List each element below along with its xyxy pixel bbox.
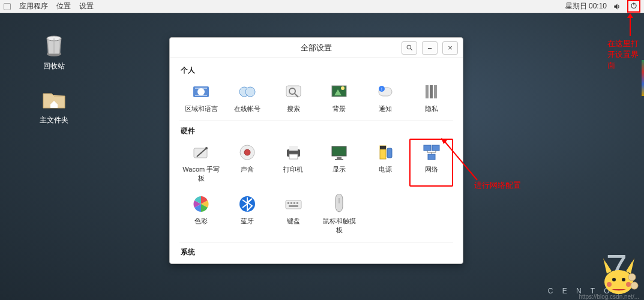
settings-item-label: 键盘 (287, 217, 300, 226)
whisker-menu-icon[interactable] (4, 3, 11, 10)
svg-line-5 (411, 49, 412, 50)
svg-point-27 (244, 149, 250, 155)
settings-item-privacy[interactable]: 隐私 (409, 78, 453, 117)
svg-rect-33 (335, 159, 343, 160)
svg-rect-35 (380, 146, 386, 149)
desktop-icon-label: 回收站 (30, 61, 78, 71)
svg-point-73 (628, 274, 636, 281)
settings-item-color[interactable]: 色彩 (179, 190, 223, 238)
background-icon (329, 82, 349, 102)
settings-item-notifications[interactable]: !通知 (364, 78, 408, 117)
svg-text:!: ! (381, 87, 382, 91)
svg-rect-21 (430, 85, 433, 98)
svg-marker-65 (627, 13, 633, 18)
top-panel: 应用程序 位置 设置 星期日 00:10 (0, 0, 644, 13)
window-titlebar[interactable]: 全部设置 – × (170, 38, 463, 58)
svg-rect-39 (428, 154, 435, 160)
menu-settings[interactable]: 设置 (79, 1, 94, 11)
clock: 星期日 00:10 (565, 1, 607, 11)
keyboard-icon (283, 194, 304, 214)
svg-point-25 (205, 147, 208, 149)
settings-item-label: 隐私 (425, 104, 438, 113)
desktop-icon-trash[interactable]: 回收站 (30, 30, 78, 71)
minimize-button[interactable]: – (422, 41, 438, 55)
edge-color-strip (642, 60, 644, 96)
svg-rect-45 (296, 202, 298, 204)
svg-rect-46 (289, 205, 298, 207)
settings-item-power[interactable]: 电源 (364, 139, 408, 187)
settings-item-label: 搜索 (287, 104, 300, 113)
svg-rect-42 (287, 202, 289, 204)
trash-icon (40, 30, 68, 59)
settings-item-region-language[interactable]: 区域和语言 (179, 78, 223, 117)
svg-point-69 (612, 278, 616, 281)
annotation-arrow-network (441, 138, 483, 186)
section-label-hardware: 硬件 (181, 126, 453, 136)
settings-item-label: Wacom 手写板 (182, 165, 221, 183)
svg-rect-38 (432, 145, 439, 151)
menu-places[interactable]: 位置 (56, 1, 71, 11)
settings-item-sound[interactable]: 声音 (226, 139, 269, 187)
region-language-icon (191, 82, 211, 102)
settings-item-label: 通知 (379, 104, 392, 113)
section-separator (179, 242, 453, 242)
settings-item-label: 背景 (333, 104, 346, 113)
settings-item-label: 蓝牙 (241, 217, 254, 226)
annotation-text-power: 在这里打开设置界面 (607, 38, 643, 71)
settings-item-details[interactable]: 详细信息 (317, 260, 361, 263)
bluetooth-icon (237, 194, 257, 214)
svg-point-9 (245, 87, 255, 97)
settings-item-mouse-touchpad[interactable]: 鼠标和触摸板 (317, 190, 361, 238)
settings-item-accessibility[interactable]: 通用辅助功能 (364, 260, 408, 263)
svg-point-72 (626, 282, 631, 287)
svg-rect-22 (434, 85, 437, 98)
search-button[interactable] (402, 41, 417, 55)
section-separator (179, 121, 453, 121)
svg-point-70 (622, 278, 625, 281)
search-icon (283, 82, 304, 102)
desktop-icon-label: 主文件夹 (30, 115, 78, 125)
url-watermark: https://blog.csdn.net/... (579, 293, 639, 300)
annotation-arrow-power (624, 13, 636, 37)
volume-icon[interactable] (613, 2, 621, 11)
section-label-personal: 个人 (181, 65, 453, 76)
svg-point-4 (407, 45, 411, 49)
wacom-tablet-icon (191, 142, 211, 163)
settings-item-label: 鼠标和触摸板 (320, 217, 359, 235)
svg-rect-32 (337, 157, 342, 159)
svg-rect-37 (424, 145, 431, 151)
menu-apps[interactable]: 应用程序 (19, 1, 48, 11)
svg-rect-20 (426, 85, 429, 98)
settings-item-sharing[interactable]: 共享 (179, 260, 223, 263)
svg-point-71 (607, 282, 612, 287)
svg-rect-10 (286, 86, 301, 97)
svg-rect-41 (286, 200, 301, 209)
mouse-touchpad-icon (329, 194, 349, 214)
svg-rect-43 (290, 202, 292, 204)
settings-item-printer[interactable]: 打印机 (271, 139, 315, 187)
settings-window: 全部设置 – × 个人 区域和语言在线帐号搜索背景!通知隐私 硬件 Wacom … (169, 37, 463, 264)
online-accounts-icon (237, 82, 257, 102)
desktop-icon-home[interactable]: 主文件夹 (30, 84, 78, 125)
settings-item-date-time[interactable]: 日期和时间 (226, 260, 269, 263)
power-icon[interactable] (627, 0, 640, 13)
settings-item-display[interactable]: 显示 (317, 139, 361, 187)
settings-item-users[interactable]: 用户 (271, 260, 315, 263)
svg-rect-44 (293, 202, 295, 204)
settings-item-label: 网络 (425, 165, 438, 174)
sound-icon (237, 142, 257, 163)
network-icon (421, 142, 442, 163)
settings-item-bluetooth[interactable]: 蓝牙 (226, 190, 269, 238)
settings-item-online-accounts[interactable]: 在线帐号 (226, 78, 269, 117)
settings-item-search[interactable]: 搜索 (271, 78, 315, 117)
svg-point-74 (631, 282, 638, 289)
close-button[interactable]: × (442, 41, 458, 55)
svg-rect-36 (387, 148, 392, 158)
settings-item-background[interactable]: 背景 (317, 78, 361, 117)
svg-rect-30 (289, 154, 298, 159)
svg-rect-29 (289, 146, 298, 151)
avatar-pikachu (597, 253, 640, 296)
folder-home-icon (40, 84, 68, 113)
settings-item-keyboard[interactable]: 键盘 (271, 190, 315, 238)
settings-item-wacom-tablet[interactable]: Wacom 手写板 (179, 139, 223, 187)
